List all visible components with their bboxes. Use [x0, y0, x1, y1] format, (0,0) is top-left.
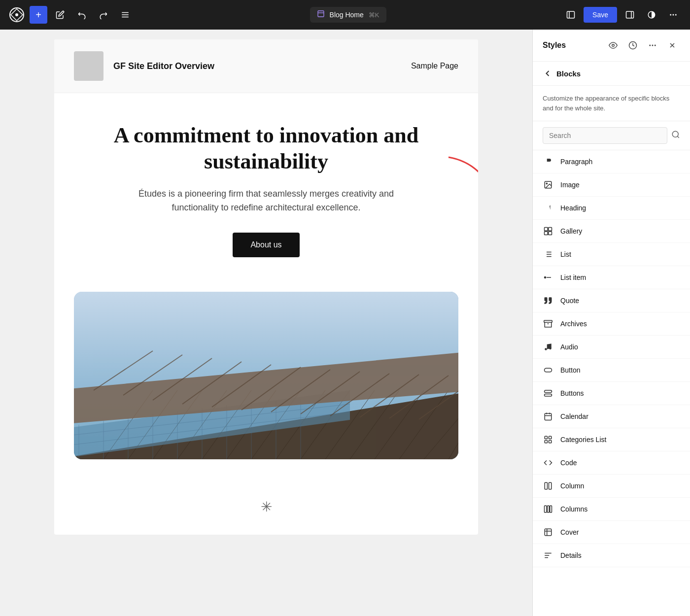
- svg-point-57: [612, 44, 615, 47]
- archives-icon: [543, 318, 553, 329]
- list-item[interactable]: Column: [533, 475, 690, 498]
- canvas-area[interactable]: GF Site Editor Overview Sample Page A co…: [0, 30, 532, 616]
- edit-button[interactable]: [51, 6, 69, 24]
- page-selector[interactable]: Blog Home ⌘K: [310, 7, 386, 23]
- list-item[interactable]: Audio: [533, 336, 690, 359]
- svg-rect-91: [545, 436, 547, 439]
- list-item[interactable]: Calendar: [533, 405, 690, 428]
- list-item[interactable]: Code: [533, 451, 690, 475]
- calendar-icon: [543, 411, 553, 422]
- categories-icon: [543, 434, 553, 445]
- panel-description: Customize the appearance of specific blo…: [533, 86, 690, 121]
- view-button[interactable]: [562, 6, 580, 24]
- list-item[interactable]: Button: [533, 359, 690, 382]
- add-block-button[interactable]: +: [30, 6, 47, 24]
- styles-history-button[interactable]: [625, 37, 641, 53]
- svg-rect-92: [549, 436, 552, 439]
- styles-panel: Styles: [532, 30, 690, 616]
- gallery-icon: [543, 226, 553, 237]
- list-item[interactable]: Image: [533, 173, 690, 197]
- svg-point-60: [652, 45, 654, 46]
- wp-logo[interactable]: [8, 6, 26, 24]
- panel-nav: Blocks: [533, 62, 690, 86]
- svg-rect-99: [550, 506, 552, 513]
- redo-button[interactable]: [95, 6, 112, 24]
- dark-mode-button[interactable]: [643, 6, 660, 24]
- page-icon: [317, 10, 325, 20]
- list-item[interactable]: Buttons: [533, 382, 690, 405]
- heading-icon: [543, 203, 553, 213]
- code-label: Code: [560, 459, 577, 467]
- hero-subtitle: Études is a pioneering firm that seamles…: [128, 187, 404, 215]
- svg-point-64: [672, 131, 678, 137]
- buttons-icon: [543, 388, 553, 399]
- list-item[interactable]: List: [533, 243, 690, 266]
- styles-more-button[interactable]: [645, 37, 660, 53]
- list-item-label: List item: [560, 274, 586, 281]
- image-icon: [543, 179, 553, 190]
- code-icon: [543, 457, 553, 468]
- quote-label: Quote: [560, 297, 579, 305]
- save-button[interactable]: Save: [584, 7, 617, 23]
- hero-title: A commitment to innovation and sustainab…: [94, 123, 439, 175]
- panel-nav-title: Blocks: [556, 69, 581, 78]
- panel-back-button[interactable]: [543, 68, 552, 78]
- styles-close-button[interactable]: [664, 37, 680, 53]
- annotation-arrow: [439, 152, 478, 202]
- keyboard-shortcut: ⌘K: [369, 11, 380, 19]
- menu-button[interactable]: [116, 6, 134, 24]
- panel-toggle-button[interactable]: [621, 6, 639, 24]
- undo-button[interactable]: [73, 6, 91, 24]
- svg-rect-100: [545, 529, 552, 536]
- list-item[interactable]: Cover: [533, 521, 690, 544]
- list-item[interactable]: Details: [533, 544, 690, 567]
- column-icon: [543, 480, 553, 491]
- site-title: GF Site Editor Overview: [113, 61, 214, 71]
- toolbar-center: Blog Home ⌘K: [138, 7, 558, 23]
- styles-eye-button[interactable]: [605, 37, 621, 53]
- list-item[interactable]: Archives: [533, 312, 690, 336]
- svg-rect-85: [545, 390, 552, 393]
- buttons-label: Buttons: [560, 389, 584, 397]
- svg-rect-69: [549, 228, 552, 231]
- list-item[interactable]: List item: [533, 266, 690, 289]
- cover-label: Cover: [560, 528, 579, 536]
- page-name: Blog Home: [330, 11, 364, 19]
- building-image: [74, 292, 458, 459]
- svg-rect-84: [545, 368, 552, 372]
- panel-header: Styles: [533, 30, 690, 62]
- site-header: GF Site Editor Overview Sample Page: [54, 39, 478, 93]
- list-item[interactable]: Paragraph: [533, 150, 690, 173]
- svg-point-11: [673, 14, 674, 16]
- search-input[interactable]: [543, 127, 667, 144]
- button-label: Button: [560, 366, 580, 374]
- list-item[interactable]: Categories List: [533, 428, 690, 451]
- list-item[interactable]: Gallery: [533, 220, 690, 243]
- about-us-button[interactable]: About us: [233, 233, 299, 257]
- arrow-container: A commitment to innovation and sustainab…: [94, 123, 439, 175]
- list-item[interactable]: Quote: [533, 289, 690, 312]
- calendar-label: Calendar: [560, 412, 588, 420]
- audio-icon: [543, 342, 553, 352]
- gallery-label: Gallery: [560, 227, 582, 235]
- image-label: Image: [560, 181, 580, 189]
- panel-header-icons: [605, 37, 680, 53]
- main-layout: GF Site Editor Overview Sample Page A co…: [0, 30, 690, 616]
- list-item[interactable]: Heading: [533, 197, 690, 220]
- svg-rect-80: [544, 320, 552, 322]
- svg-line-65: [677, 136, 679, 137]
- list-icon: [543, 249, 553, 260]
- site-preview: GF Site Editor Overview Sample Page A co…: [54, 39, 478, 535]
- site-nav-item: Sample Page: [411, 62, 458, 70]
- svg-point-1: [15, 13, 18, 16]
- list-item[interactable]: Columns: [533, 498, 690, 521]
- more-options-button[interactable]: [664, 6, 682, 24]
- site-logo: [74, 51, 104, 81]
- svg-rect-94: [549, 441, 552, 443]
- search-button[interactable]: [671, 130, 680, 141]
- svg-rect-70: [545, 232, 548, 235]
- archives-label: Archives: [560, 320, 587, 328]
- footer-symbol: ✳: [261, 499, 272, 515]
- details-icon: [543, 550, 553, 561]
- audio-label: Audio: [560, 343, 578, 351]
